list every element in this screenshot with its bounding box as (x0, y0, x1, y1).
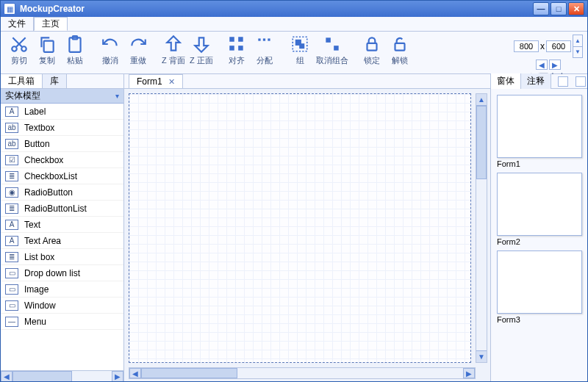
panel-icon-1[interactable] (558, 76, 568, 87)
svg-rect-6 (229, 46, 234, 50)
scroll-thumb[interactable] (141, 368, 237, 378)
tool-icon: ☑ (5, 155, 18, 165)
left-hscrollbar[interactable]: ◀ ▶ (1, 370, 123, 382)
x-separator: x (540, 41, 545, 51)
group-button[interactable]: 组 (286, 33, 314, 66)
tool-label: Window (24, 300, 56, 311)
align-button[interactable]: 对齐 (223, 33, 251, 66)
titlebar: ▦ MockupCreator — □ ✕ (1, 1, 587, 17)
scroll-down-icon[interactable]: ▼ (476, 350, 487, 362)
svg-rect-14 (300, 44, 304, 48)
tab-toolbox[interactable]: 工具箱 (1, 74, 43, 88)
toolbox-item[interactable]: ▭Window (1, 298, 123, 314)
ungroup-button[interactable]: 取消组合 (314, 33, 351, 66)
maximize-button[interactable]: □ (551, 2, 567, 15)
tool-icon: ▭ (5, 268, 18, 278)
center-panel: Form1 ✕ ▲ ▼ ◀ ▶ (124, 74, 490, 382)
cut-button[interactable]: 剪切 (5, 33, 33, 66)
thumbnail-label: Form2 (497, 236, 582, 246)
doc-tab-label: Form1 (137, 76, 162, 87)
scroll-thumb[interactable] (476, 106, 487, 179)
paste-button[interactable]: 粘贴 (61, 33, 89, 66)
scroll-right-icon[interactable]: ▶ (112, 371, 123, 382)
minimize-button[interactable]: — (533, 2, 549, 15)
ungroup-label: 取消组合 (316, 55, 348, 66)
spin-up-icon[interactable]: ▲ (573, 35, 582, 47)
toolbox-item[interactable]: ALabel (1, 104, 123, 120)
distribute-icon (255, 35, 274, 54)
toolbox-item[interactable]: AText (1, 217, 123, 233)
canvas-vscrollbar[interactable]: ▲ ▼ (476, 93, 487, 363)
toolbox-item[interactable]: ≣List box (1, 249, 123, 265)
lock-icon (362, 35, 381, 54)
form-thumbnail[interactable]: Form1 (497, 95, 582, 168)
right-panel: 窗体 注释 Form1Form2Form3 (490, 74, 587, 382)
svg-rect-15 (326, 37, 331, 43)
size-spinner[interactable]: ▲▼ (573, 35, 583, 58)
form-thumbnail[interactable]: Form3 (497, 251, 582, 324)
toolbox-item[interactable]: AText Area (1, 233, 123, 249)
toolbox-item[interactable]: ≣RadioButtonList (1, 201, 123, 217)
copy-button[interactable]: 复制 (33, 33, 61, 66)
tab-notes[interactable]: 注释 (521, 73, 551, 89)
design-canvas[interactable] (129, 93, 471, 363)
menu-home[interactable]: 主页 (34, 17, 68, 31)
toolbox-item[interactable]: ▭Drop down list (1, 265, 123, 281)
toolbox-item[interactable]: ≣CheckboxList (1, 168, 123, 184)
svg-rect-2 (44, 41, 54, 52)
tab-windows[interactable]: 窗体 (491, 73, 521, 89)
page-prev-button[interactable]: ◀ (536, 60, 548, 70)
send-back-icon (164, 35, 183, 54)
group-header-label: 实体模型 (5, 90, 40, 102)
spin-down-icon[interactable]: ▼ (573, 47, 582, 58)
close-tab-icon[interactable]: ✕ (168, 77, 175, 87)
scroll-up-icon[interactable]: ▲ (476, 94, 487, 106)
scroll-left-icon[interactable]: ◀ (129, 368, 141, 378)
tool-icon: ≣ (5, 203, 18, 214)
toolbox-item[interactable]: —Menu (1, 314, 123, 330)
toolbox-item[interactable]: ☑Checkbox (1, 152, 123, 168)
scroll-right-icon[interactable]: ▶ (463, 368, 475, 378)
tool-label: Textbox (24, 123, 54, 133)
document-tab-form1[interactable]: Form1 ✕ (129, 74, 183, 88)
undo-button[interactable]: 撤消 (96, 33, 124, 66)
zback-button[interactable]: Z 背面 (159, 33, 187, 66)
thumbnail-label: Form3 (497, 314, 582, 324)
copy-label: 复制 (39, 55, 55, 66)
page-height-input[interactable] (546, 40, 571, 52)
tool-label: Text (24, 220, 40, 230)
zfront-button[interactable]: Z 正面 (187, 33, 215, 66)
thumbnail-label: Form1 (497, 158, 582, 168)
toolbox-group-header[interactable]: 实体模型 ▾ (1, 89, 123, 104)
tool-label: RadioButton (24, 187, 73, 198)
panel-icon-2[interactable] (576, 76, 586, 87)
bring-front-icon (192, 35, 211, 54)
lock-button[interactable]: 锁定 (358, 33, 386, 66)
page-width-input[interactable] (514, 40, 539, 52)
scroll-thumb[interactable] (12, 371, 72, 382)
tab-library[interactable]: 库 (43, 74, 67, 88)
toolbox-item[interactable]: ▭Image (1, 281, 123, 298)
redo-button[interactable]: 重做 (124, 33, 152, 66)
thumbnail-preview (497, 173, 582, 236)
canvas-hscrollbar[interactable]: ◀ ▶ (129, 367, 476, 379)
distribute-button[interactable]: 分配 (251, 33, 279, 66)
svg-rect-18 (395, 43, 405, 51)
align-icon (227, 35, 246, 54)
tool-icon: ◉ (5, 187, 18, 198)
toolbox-item[interactable]: abButton (1, 136, 123, 152)
toolbox-item[interactable]: abTextbox (1, 120, 123, 136)
page-next-button[interactable]: ▶ (549, 60, 561, 70)
tool-label: Label (24, 107, 46, 117)
toolbox-item[interactable]: ◉RadioButton (1, 184, 123, 201)
form-thumbnail[interactable]: Form2 (497, 173, 582, 246)
paste-icon (65, 35, 85, 54)
tool-icon: — (5, 317, 18, 327)
unlock-button[interactable]: 解锁 (386, 33, 414, 66)
menu-file[interactable]: 文件 (1, 17, 34, 31)
tool-label: Image (24, 284, 49, 295)
tool-icon: A (5, 236, 18, 246)
zfront-label: Z 正面 (190, 55, 213, 66)
close-button[interactable]: ✕ (568, 2, 584, 15)
scroll-left-icon[interactable]: ◀ (1, 371, 12, 382)
